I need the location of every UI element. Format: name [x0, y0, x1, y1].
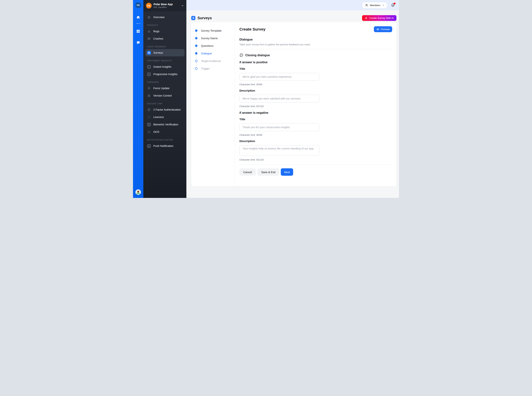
heart-icon — [147, 65, 151, 69]
positive-description-input[interactable] — [239, 95, 319, 102]
section-title: Dialogue — [239, 38, 392, 41]
user-avatar[interactable] — [136, 189, 141, 195]
rail-nav — [135, 14, 141, 46]
step-survey-template[interactable]: Survey Template — [195, 27, 235, 34]
divider — [239, 164, 392, 164]
preview-button[interactable]: Preview — [374, 26, 392, 32]
step-dialogue[interactable]: Dialogue — [195, 50, 235, 57]
sidebar-nav: Overview PRODUCT Bugs Crashes USER FEEDB… — [143, 11, 186, 150]
sidebar-item-label: Bugs — [153, 30, 159, 33]
step-dot — [195, 60, 198, 62]
positive-title-input[interactable] — [239, 73, 319, 81]
nav-section-header: USER FEEDBACK — [147, 46, 183, 48]
nav-section-header: PRODUCT — [147, 24, 183, 26]
positive-title-label: Title — [239, 67, 392, 70]
apps-grid-icon[interactable] — [135, 28, 141, 35]
home-icon[interactable] — [135, 14, 141, 20]
step-dot — [195, 45, 198, 47]
stepper: Survey Template Survey Name Questions — [191, 22, 235, 186]
divider — [239, 49, 392, 49]
card-scan-icon — [147, 130, 151, 134]
positive-title-char-limit: Character limit: 45/56 — [239, 83, 392, 86]
sidebar-item-bugs[interactable]: Bugs — [145, 28, 185, 35]
face-scan-icon — [147, 115, 151, 119]
nav-section-header: NOTIFICATION CENTER — [147, 139, 183, 141]
negative-title-input[interactable] — [239, 123, 319, 131]
app-switcher[interactable]: PB Polar Bear App iOS, SandBox — [143, 0, 186, 11]
nav-section-header: SECURE LINK — [147, 102, 183, 105]
preview-label: Preview — [381, 28, 390, 31]
form-title: Create Survey — [239, 27, 266, 31]
save-and-exit-button[interactable]: Save & Exit — [257, 168, 279, 176]
closing-dialogue-heading: Closing dialogue — [245, 53, 270, 57]
sidebar-item-biometric-verification[interactable]: Biometric Verification — [145, 121, 185, 128]
notifications-bell-icon[interactable] — [391, 3, 395, 7]
chevron-down-icon — [181, 5, 184, 7]
create-survey-ai-button[interactable]: Create Survey With AI — [362, 15, 396, 21]
create-survey-ai-label: Create Survey With AI — [369, 17, 394, 19]
sidebar-item-label: Surveys — [153, 51, 163, 54]
nav-section-header: VERSIONS — [147, 81, 183, 83]
sidebar-item-label: Force Update — [153, 87, 170, 90]
sidebar-item-liveness[interactable]: Liveness — [145, 113, 185, 121]
step-dot — [195, 52, 198, 55]
step-survey-name[interactable]: Survey Name — [195, 35, 235, 42]
page-title: Surveys — [198, 16, 212, 20]
sidebar-item-label: Overview — [153, 16, 164, 19]
sidebar-item-label: Push Notification — [153, 145, 173, 147]
members-button[interactable]: Members — [363, 2, 387, 8]
sidebar-item-progressive-insights[interactable]: Progressive Insights — [145, 70, 185, 78]
negative-description-char-limit: Character limit: 92/128 — [239, 158, 392, 161]
bug-icon — [147, 29, 151, 33]
sidebar-item-overview[interactable]: Overview — [145, 13, 185, 21]
chevron-down-icon — [382, 4, 385, 6]
negative-description-input[interactable] — [239, 145, 319, 156]
negative-condition-heading: if answer is negative — [239, 111, 392, 115]
step-dot — [195, 29, 198, 32]
positive-description-char-limit: Character limit: 92/128 — [239, 105, 392, 108]
sidebar-item-label: Biometric Verification — [153, 123, 178, 126]
sidebar-item-2fa[interactable]: 2 Factor Authentication — [145, 106, 185, 113]
icon-rail: PB — [133, 0, 143, 198]
link-icon — [147, 72, 151, 76]
rail-divider — [136, 23, 140, 24]
cancel-button[interactable]: Cancel — [239, 168, 256, 176]
next-button[interactable]: Next — [281, 168, 293, 176]
sidebar-item-version-control[interactable]: Version Control — [145, 92, 185, 99]
surveys-star-icon — [191, 16, 195, 20]
positive-description-label: Description — [239, 89, 392, 92]
negative-title-char-limit: Character limit: 45/56 — [239, 134, 392, 136]
form-actions: Cancel Save & Exit Next — [239, 168, 392, 176]
step-trigger[interactable]: Trigger — [195, 65, 235, 72]
sidebar-item-label: Version Control — [153, 94, 172, 97]
app-meta: Polar Bear App iOS, SandBox — [153, 3, 173, 9]
sidebar-item-label: Crashes — [153, 37, 163, 40]
workspace-logo[interactable]: PB — [136, 2, 141, 8]
survey-builder-card: Survey Template Survey Name Questions — [191, 22, 396, 186]
sparkle-icon — [365, 17, 368, 20]
sidebar: PB Polar Bear App iOS, SandBox Overview … — [143, 0, 186, 198]
shield-lock-icon — [147, 108, 151, 112]
topbar: Members — [186, 0, 399, 10]
star-icon — [147, 51, 151, 55]
sidebar-item-force-update[interactable]: Force Update — [145, 85, 185, 92]
negative-title-label: Title — [239, 118, 392, 121]
chat-icon[interactable] — [135, 40, 141, 46]
sidebar-item-crashes[interactable]: Crashes — [145, 35, 185, 42]
app-window: PB PB Polar Bear App iOS, SandBox — [133, 0, 399, 198]
negative-description-label: Description — [239, 140, 392, 143]
app-platform: iOS, SandBox — [153, 6, 173, 8]
fingerprint-icon — [147, 123, 151, 127]
sidebar-item-ocr[interactable]: OCR — [145, 128, 185, 136]
step-questions[interactable]: Questions — [195, 42, 235, 49]
bell-square-icon — [147, 144, 151, 148]
sidebar-item-instant-insights[interactable]: Instant Insights — [145, 63, 185, 70]
cube-icon — [147, 94, 151, 98]
step-target-audience[interactable]: Target Audience — [195, 57, 235, 64]
sidebar-item-push-notification[interactable]: Push Notification — [145, 142, 185, 150]
sidebar-item-surveys[interactable]: Surveys — [145, 49, 185, 56]
sidebar-item-label: 2 Factor Authentication — [153, 108, 181, 111]
overview-icon — [147, 15, 151, 19]
app-name: Polar Bear App — [153, 3, 173, 6]
force-update-icon — [147, 86, 151, 90]
